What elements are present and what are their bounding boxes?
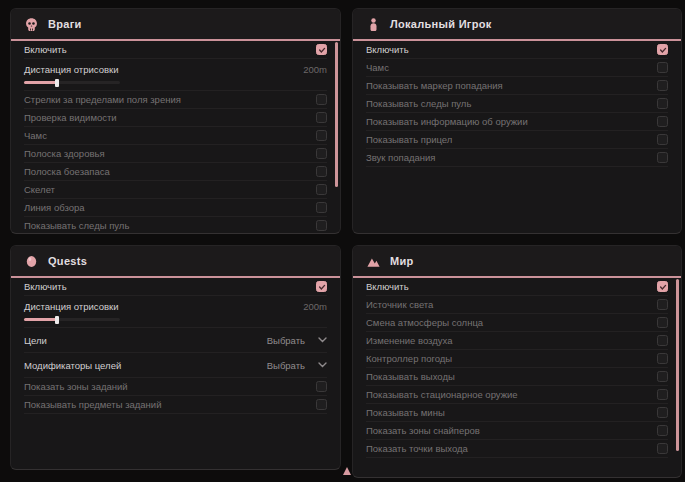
checkbox[interactable] [316, 148, 327, 159]
checkbox[interactable] [657, 134, 668, 145]
row-label: Включить [24, 44, 67, 55]
checkbox[interactable] [316, 184, 327, 195]
checkbox[interactable] [657, 44, 668, 55]
row-toggle: Показывать выходы [366, 368, 668, 386]
checkbox[interactable] [657, 98, 668, 109]
row-label: Показывать мины [366, 407, 445, 418]
row-toggle: Скелет [24, 181, 327, 199]
row-toggle: Стрелки за пределами поля зрения [24, 91, 327, 109]
row-toggle: Смена атмосферы солнца [366, 314, 668, 332]
row-label: Источник света [366, 299, 433, 310]
row-label: Звук попадания [366, 152, 436, 163]
checkbox[interactable] [316, 281, 327, 292]
row-toggle: Включить [366, 41, 668, 59]
checkbox[interactable] [316, 220, 327, 231]
checkbox[interactable] [657, 152, 668, 163]
chevron-down-icon [318, 362, 327, 368]
row-label: Показывать стационарное оружие [366, 389, 518, 400]
row-label: Скелет [24, 184, 55, 195]
checkbox[interactable] [657, 407, 668, 418]
row-toggle: Показывать информацию об оружии [366, 113, 668, 131]
checkbox[interactable] [657, 335, 668, 346]
row-label: Проверка видимости [24, 112, 117, 123]
chevron-down-icon [318, 337, 327, 343]
row-toggle: Чамс [24, 127, 327, 145]
select-value: Выбрать [267, 360, 305, 371]
checkbox[interactable] [657, 353, 668, 364]
row-toggle: Звук попадания [366, 149, 668, 167]
checkbox[interactable] [657, 116, 668, 127]
checkbox[interactable] [657, 80, 668, 91]
checkbox[interactable] [657, 389, 668, 400]
panel-header[interactable]: Мир [353, 246, 681, 278]
checkbox[interactable] [316, 399, 327, 410]
slider-labels: Дистанция отрисовки200m [24, 61, 327, 77]
slider-handle[interactable] [55, 316, 59, 324]
row-label: Цели [24, 335, 47, 346]
row-toggle: Показывать прицел [366, 131, 668, 149]
row-toggle: Линия обзора [24, 199, 327, 217]
checkbox[interactable] [316, 112, 327, 123]
row-select: ЦелиВыбрать [24, 328, 327, 353]
checkbox[interactable] [316, 44, 327, 55]
panel-header[interactable]: Враги [11, 9, 340, 41]
row-label: Показывать выходы [366, 371, 455, 382]
row-toggle: Чамс [366, 59, 668, 77]
checkbox[interactable] [657, 317, 668, 328]
scrollbar[interactable] [676, 279, 679, 451]
row-label: Показывать предметы заданий [24, 399, 161, 410]
row-label: Полоска боезапаса [24, 166, 110, 177]
row-toggle: Включить [366, 278, 668, 296]
panel-rows: ВключитьДистанция отрисовки200mЦелиВыбра… [11, 278, 340, 414]
panel-enemies: ВрагиВключитьДистанция отрисовки200mСтре… [10, 8, 341, 234]
row-label: Дистанция отрисовки [24, 301, 118, 312]
checkbox[interactable] [316, 130, 327, 141]
cursor-triangle-icon [343, 467, 351, 475]
row-toggle: Полоска здоровья [24, 145, 327, 163]
row-toggle: Включить [24, 41, 327, 59]
row-toggle: Показать точки выхода [366, 440, 668, 458]
checkbox[interactable] [657, 62, 668, 73]
row-toggle: Показывать следы пуль [24, 217, 327, 234]
checkbox[interactable] [657, 425, 668, 436]
row-slider: Дистанция отрисовки200m [24, 59, 327, 91]
row-toggle: Показать зоны заданий [24, 378, 327, 396]
checkbox[interactable] [657, 371, 668, 382]
checkbox[interactable] [316, 202, 327, 213]
slider[interactable] [24, 318, 120, 321]
select-value: Выбрать [267, 335, 305, 346]
row-toggle: Показывать стационарное оружие [366, 386, 668, 404]
scrollbar[interactable] [335, 42, 338, 187]
player-icon [366, 17, 381, 32]
row-label: Чамс [24, 130, 47, 141]
checkbox[interactable] [316, 94, 327, 105]
slider[interactable] [24, 81, 120, 84]
row-label: Показать точки выхода [366, 443, 468, 454]
select-dropdown[interactable]: Выбрать [267, 360, 327, 371]
slider-value: 200m [303, 64, 327, 75]
checkbox[interactable] [657, 443, 668, 454]
row-label: Смена атмосферы солнца [366, 317, 483, 328]
orb-icon [24, 254, 39, 269]
mountain-icon [366, 254, 381, 269]
row-select: Модификаторы целейВыбрать [24, 353, 327, 378]
row-label: Контроллер погоды [366, 353, 452, 364]
checkbox[interactable] [657, 299, 668, 310]
checkbox[interactable] [316, 166, 327, 177]
panel-title: Локальный Игрок [390, 18, 492, 30]
select-dropdown[interactable]: Выбрать [267, 335, 327, 346]
panel-title: Мир [390, 255, 414, 267]
row-label: Показывать прицел [366, 134, 452, 145]
panel-header[interactable]: Локальный Игрок [353, 9, 681, 41]
panel-rows: ВключитьЧамсПоказывать маркер попаданияП… [353, 41, 681, 167]
row-toggle: Включить [24, 278, 327, 296]
row-toggle: Показывать мины [366, 404, 668, 422]
checkbox[interactable] [316, 381, 327, 392]
row-label: Линия обзора [24, 202, 85, 213]
row-label: Включить [366, 44, 409, 55]
row-label: Модификаторы целей [24, 360, 121, 371]
slider-handle[interactable] [55, 79, 59, 87]
checkbox[interactable] [657, 281, 668, 292]
row-label: Полоска здоровья [24, 148, 105, 159]
panel-header[interactable]: Quests [11, 246, 340, 278]
